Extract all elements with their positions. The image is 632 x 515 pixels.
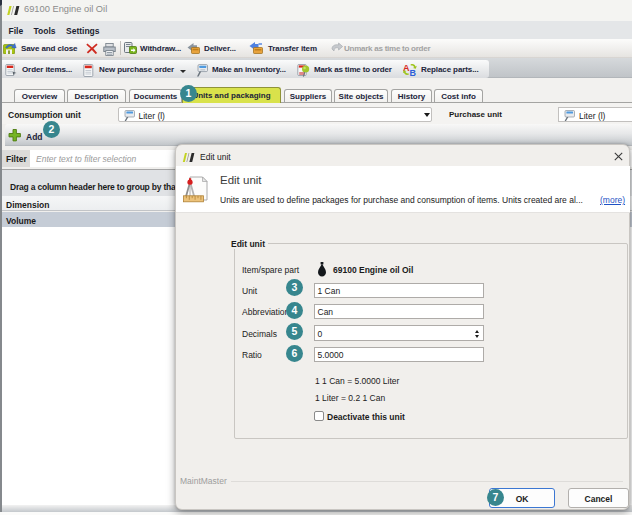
svg-text:B: B — [410, 67, 417, 76]
